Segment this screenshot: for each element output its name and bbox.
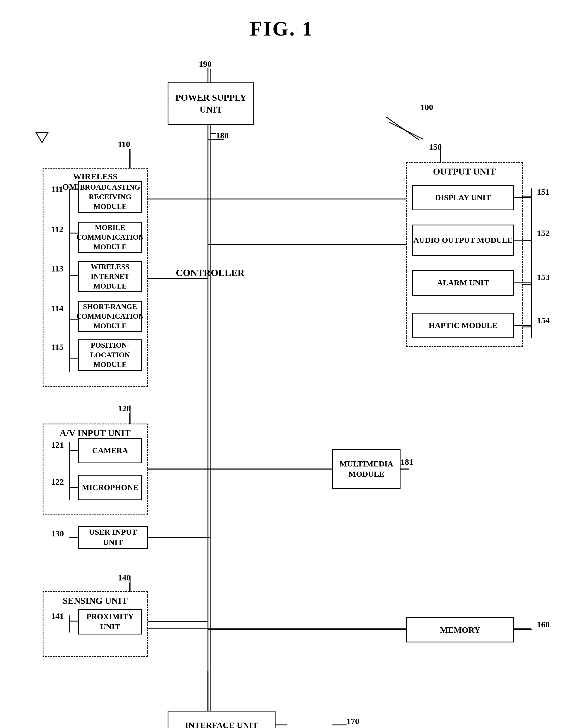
label-170: 170: [346, 716, 359, 726]
fig-title: FIG. 1: [0, 0, 563, 41]
svg-line-51: [386, 117, 419, 140]
